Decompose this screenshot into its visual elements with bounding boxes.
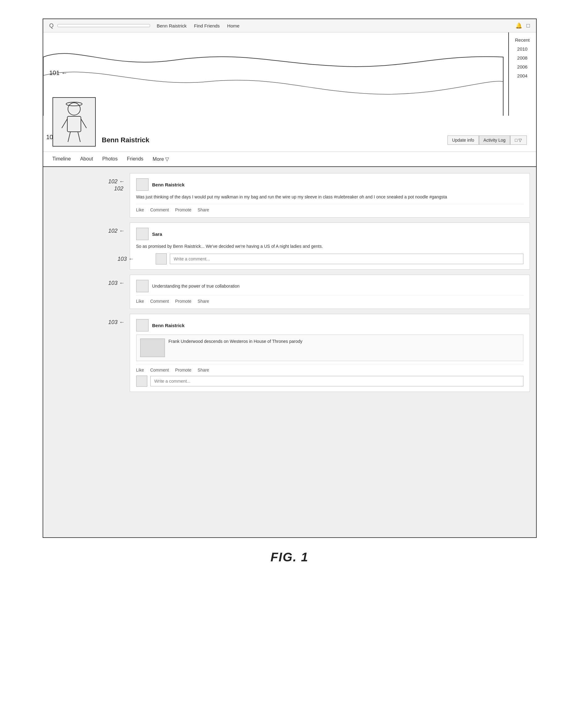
post-1-comment[interactable]: Comment [150,207,169,212]
year-2004[interactable]: 2004 [515,73,529,79]
post-1-avatar [136,178,149,191]
post-card-3: 103 ← Understanding the power of true co… [130,275,530,309]
timeline-wave [43,32,536,119]
profile-avatar-wrapper [52,97,96,147]
post-3-header: Understanding the power of true collabor… [136,280,523,292]
browser-window: Q Benn Raistrick Find Friends Home 🔔 □ 1… [43,19,537,538]
year-2008[interactable]: 2008 [515,55,529,61]
year-2010[interactable]: 2010 [515,46,529,52]
profile-avatar [52,97,96,147]
post-4-avatar [136,319,149,332]
post-card-4: 103 ← Benn Raistrick Frank Underwood des… [130,314,530,392]
browser-bar: Q Benn Raistrick Find Friends Home 🔔 □ [43,19,536,32]
profile-nav-tabs: Timeline About Photos Friends More ▽ [43,152,536,167]
year-navigation: Recent 2010 2008 2006 2004 [508,32,536,119]
bell-icon[interactable]: 🔔 [515,22,522,29]
svg-point-0 [68,103,80,115]
post-4-header: Benn Raistrick [136,319,523,332]
ref-102-2: 102 ← [108,228,125,234]
post-4-comment[interactable]: Comment [150,368,169,372]
post-card-2: 102 ← Sara So as promised by Benn Raistr… [130,223,530,270]
post-4-share[interactable]: Share [198,368,209,372]
extra-options-button[interactable]: □ ▽ [510,135,527,145]
post-1-actions: Like Comment Promote Share [136,204,523,212]
post-1-author: Benn Raistrick [152,182,185,187]
post-card-1: 102 ← Benn Raistrick Was just thinking o… [130,173,530,217]
svg-line-3 [62,119,67,128]
post-1-header: Benn Raistrick [136,178,523,191]
maximize-icon[interactable]: □ [527,23,530,29]
tab-timeline[interactable]: Timeline [52,155,71,163]
ref-103-1: 103 ← [118,256,134,262]
figure-label: FIG. 1 [271,550,308,564]
post-1-share[interactable]: Share [198,207,209,212]
profile-name-area: Benn Raistrick Update info Activity Log … [102,135,527,147]
cover-photo-area: 101 ← Recent 2010 2008 2006 2004 [43,32,536,119]
year-recent[interactable]: Recent [513,37,532,43]
comment-2-avatar [156,253,167,264]
browser-nav: Benn Raistrick Find Friends Home [157,23,240,28]
address-bar[interactable] [57,24,150,27]
post-1-text: Was just thinking of the days I would pu… [136,194,523,200]
avatar-figure [59,100,90,144]
profile-actions: Update info Activity Log □ ▽ [448,135,527,145]
post-3-promote[interactable]: Promote [175,299,192,304]
ref-102-1: 102 ← [108,178,125,185]
ref-103-2: 103 ← [108,280,125,286]
nav-profile[interactable]: Benn Raistrick [157,23,187,28]
post-4-actions: Like Comment Promote Share [136,364,523,372]
comment-4-avatar [136,375,147,387]
tab-about[interactable]: About [80,155,93,163]
ref-103-3: 103 ← [108,319,125,326]
post-3-like[interactable]: Like [136,299,144,304]
feed-column: 102 ← Benn Raistrick Was just thinking o… [130,167,536,537]
post-3-avatar [136,280,149,292]
year-2006[interactable]: 2006 [515,63,529,70]
activity-log-button[interactable]: Activity Log [479,135,510,145]
post-4-promote[interactable]: Promote [175,368,192,372]
search-icon: Q [49,23,54,29]
post-4-author: Benn Raistrick [152,323,185,328]
post-3-comment[interactable]: Comment [150,299,169,304]
annotation-101: 101 ← [49,70,68,77]
post-4-link-preview: Frank Underwood descends on Westeros in … [136,335,523,361]
tab-photos[interactable]: Photos [102,155,118,163]
post-3-actions: Like Comment Promote Share [136,295,523,304]
profile-section: 100 ← [43,116,536,152]
post-4-thumb [140,339,165,357]
post-4-link-text: Frank Underwood descends on Westeros in … [169,339,303,345]
svg-line-6 [78,132,80,142]
post-1-like[interactable]: Like [136,207,144,212]
post-1-promote[interactable]: Promote [175,207,192,212]
left-sidebar: 102 [43,167,130,537]
comment-2-input[interactable] [170,254,523,264]
post-3-text: Understanding the power of true collabor… [152,283,240,289]
tab-more[interactable]: More ▽ [153,155,169,163]
post-4-comment-row [136,375,523,387]
post-2-author: Sara [152,231,162,237]
tab-friends[interactable]: Friends [127,155,143,163]
svg-line-4 [81,119,86,128]
update-info-button[interactable]: Update info [448,135,479,145]
svg-line-5 [68,132,70,142]
nav-home[interactable]: Home [227,23,240,28]
profile-name: Benn Raistrick [102,136,149,144]
post-2-avatar [136,228,149,240]
post-3-share[interactable]: Share [198,299,209,304]
post-2-comment-row: 103 ← [136,253,523,264]
post-2-text: So as promised by Benn Raistrick... We'v… [136,243,523,250]
main-content: 102 102 ← Benn Raistrick Was just thinki… [43,167,536,537]
comment-4-input[interactable] [150,376,523,386]
browser-icons: 🔔 □ [515,22,530,29]
nav-find-friends[interactable]: Find Friends [194,23,220,28]
post-4-like[interactable]: Like [136,368,144,372]
svg-rect-2 [67,116,81,132]
post-2-header: Sara [136,228,523,240]
